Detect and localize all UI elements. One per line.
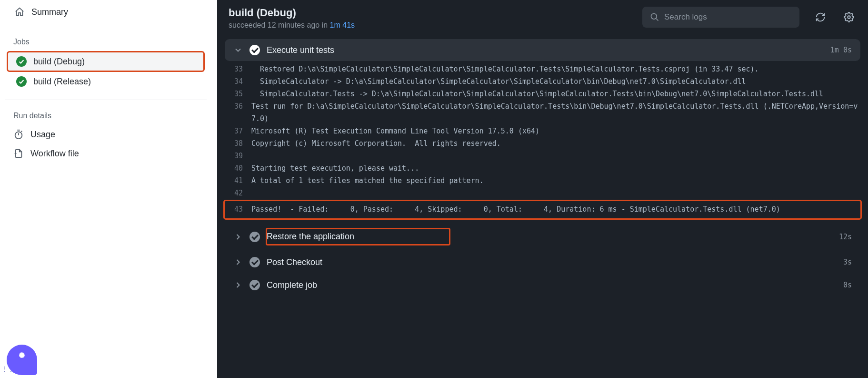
settings-button[interactable] [841, 10, 857, 25]
check-circle-icon [249, 232, 260, 242]
summary-label: Summary [31, 7, 68, 17]
step-execute-unit-tests[interactable]: Execute unit tests 1m 0s [225, 39, 860, 61]
step-duration: 3s [843, 258, 852, 266]
workflow-file-icon [13, 148, 24, 159]
log-line: 41A total of 1 test files matched the sp… [225, 174, 860, 187]
check-circle-icon [249, 257, 260, 267]
log-line: 39 [225, 150, 860, 162]
step-label: Execute unit tests [267, 45, 824, 55]
chevron-right-icon [233, 232, 243, 242]
refresh-button[interactable] [813, 10, 828, 25]
log-line: 38Copyright (c) Microsoft Corporation. A… [225, 137, 860, 150]
job-subtitle: succeeded 12 minutes ago in 1m 41s [229, 21, 635, 30]
check-circle-icon [16, 56, 27, 67]
log-line: 35 SimpleCalculator.Tests -> D:\a\Simple… [225, 88, 860, 100]
refresh-icon [815, 12, 826, 22]
chevron-right-icon [233, 280, 243, 290]
chevron-down-icon [233, 45, 243, 55]
drag-handle-icon: ⋮⋮ [1, 368, 5, 370]
search-icon [650, 12, 659, 22]
jobs-heading: Jobs [5, 26, 202, 51]
svg-point-1 [651, 14, 657, 20]
log-panel: build (Debug) succeeded 12 minutes ago i… [217, 0, 868, 378]
log-line: 42 [225, 187, 860, 199]
workflow-file-nav[interactable]: Workflow file [5, 144, 202, 163]
check-circle-icon [249, 280, 260, 290]
job-title: build (Debug) [229, 7, 635, 19]
log-line: 36Test run for D:\a\SimpleCalculator\Sim… [225, 100, 860, 125]
step-restore-the-application[interactable]: Restore the application12s [225, 223, 860, 250]
gear-icon [844, 12, 854, 22]
summary-nav[interactable]: Summary [5, 0, 207, 26]
job-label: build (Release) [33, 77, 91, 87]
search-logs[interactable] [642, 7, 799, 28]
log-line: 37Microsoft (R) Test Execution Command L… [225, 125, 860, 137]
workflow-file-label: Workflow file [30, 149, 79, 159]
step-duration: 0s [843, 281, 852, 289]
check-circle-icon [249, 45, 260, 55]
log-header: build (Debug) succeeded 12 minutes ago i… [217, 0, 868, 34]
log-highlight-result: 43Passed! - Failed: 0, Passed: 4, Skippe… [225, 201, 860, 218]
job-build-release[interactable]: build (Release) [8, 72, 204, 91]
run-details-heading: Run details [5, 100, 202, 125]
step-label: Post Checkout [267, 257, 837, 267]
step-duration: 1m 0s [830, 46, 852, 54]
check-circle-icon [16, 76, 27, 87]
loading-badge[interactable] [7, 345, 37, 375]
job-label: build (Debug) [33, 57, 85, 67]
log-line: 33 Restored D:\a\SimpleCalculator\Simple… [225, 63, 860, 75]
log-line: 34 SimpleCalculator -> D:\a\SimpleCalcul… [225, 75, 860, 88]
log-output[interactable]: 33 Restored D:\a\SimpleCalculator\Simple… [217, 61, 868, 222]
log-line: 43Passed! - Failed: 0, Passed: 4, Skippe… [225, 203, 860, 215]
usage-nav[interactable]: Usage [5, 125, 202, 144]
step-post-checkout[interactable]: Post Checkout3s [225, 251, 860, 273]
workflow-sidebar: Summary Jobs build (Debug) build (Releas… [0, 0, 217, 378]
usage-label: Usage [30, 130, 55, 140]
svg-point-2 [848, 16, 850, 19]
step-label: Complete job [267, 280, 837, 290]
chevron-right-icon [233, 257, 243, 267]
job-build-debug[interactable]: build (Debug) [8, 52, 204, 71]
log-line: 40Starting test execution, please wait..… [225, 162, 860, 174]
step-label: Restore the application [267, 229, 832, 245]
stopwatch-icon [13, 129, 24, 140]
job-duration: 1m 41s [330, 21, 355, 29]
step-complete-job[interactable]: Complete job0s [225, 274, 860, 296]
home-icon [14, 7, 25, 17]
search-input[interactable] [664, 12, 792, 22]
step-duration: 12s [839, 233, 852, 241]
jobs-list: build (Debug) build (Release) [5, 52, 207, 100]
spinner-icon [15, 353, 29, 367]
